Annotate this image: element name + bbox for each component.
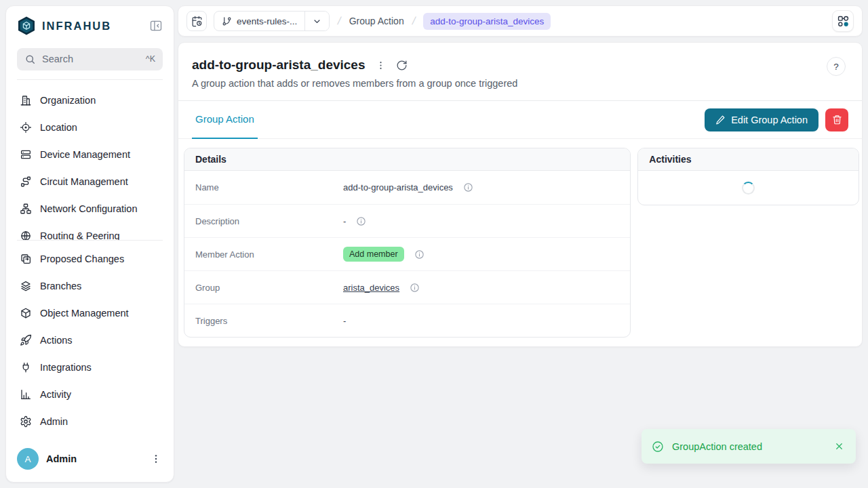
sidebar-item-label: Location: [40, 122, 77, 133]
branch-dropdown-button[interactable]: [304, 12, 329, 30]
sidebar-item-label: Actions: [40, 335, 73, 346]
loading-spinner: [742, 182, 755, 195]
refresh-icon: [396, 60, 408, 71]
check-circle-icon: [652, 441, 664, 453]
main-content: add-to-group-arista_devices A group acti…: [178, 42, 863, 347]
plug-icon: [20, 361, 32, 373]
sidebar-item-label: Integrations: [40, 362, 92, 373]
object-menu-button[interactable]: [376, 60, 386, 70]
sidebar-item-circuit-management[interactable]: Circuit Management: [12, 168, 168, 195]
detail-label: Group: [195, 283, 343, 293]
detail-value: -: [343, 316, 346, 326]
toast-close-button[interactable]: [833, 440, 846, 453]
title-section: add-to-group-arista_devices A group acti…: [178, 43, 862, 101]
kebab-icon: [151, 453, 161, 464]
info-icon[interactable]: [356, 216, 366, 226]
sidebar-item-organization[interactable]: Organization: [12, 87, 168, 114]
delete-button[interactable]: [825, 108, 848, 131]
sidebar-item-label: Circuit Management: [40, 176, 128, 187]
globe-icon: [20, 230, 32, 240]
diff-icon: [20, 253, 32, 265]
detail-row-triggers: Triggers -: [184, 304, 630, 337]
member-action-badge: Add member: [343, 247, 404, 262]
time-travel-button[interactable]: [186, 11, 207, 31]
detail-row-name: Name add-to-group-arista_devices: [184, 171, 630, 204]
sidebar-item-location[interactable]: Location: [12, 114, 168, 141]
sidebar-item-network-configuration[interactable]: Network Configuration: [12, 195, 168, 222]
edit-button-label: Edit Group Action: [731, 115, 808, 125]
pencil-icon: [715, 115, 725, 125]
toast-notification: GroupAction created: [642, 429, 856, 464]
details-panel: Details Name add-to-group-arista_devices…: [184, 148, 631, 338]
sidebar-collapse-button[interactable]: [149, 19, 163, 33]
sidebar-item-label: Admin: [40, 416, 68, 427]
tab-bar: Group Action Edit Group Action: [178, 101, 862, 139]
brand-name: INFRAHUB: [42, 20, 149, 33]
avatar: A: [17, 448, 39, 470]
user-row: A Admin: [6, 440, 174, 482]
trash-icon: [832, 115, 842, 125]
schema-visualizer-button[interactable]: [832, 10, 854, 32]
detail-row-member-action: Member Action Add member: [184, 237, 630, 270]
search-shortcut: ^K: [146, 54, 155, 64]
infrahub-logo-icon: [17, 16, 36, 36]
detail-label: Triggers: [195, 316, 343, 326]
detail-label: Name: [195, 182, 343, 192]
close-icon: [834, 441, 844, 451]
tab-group-action[interactable]: Group Action: [192, 101, 258, 139]
sidebar-item-activity[interactable]: Activity: [12, 381, 168, 408]
rocket-icon: [20, 334, 32, 346]
page-subtitle: A group action that adds or removes memb…: [192, 78, 848, 89]
server-icon: [20, 148, 32, 161]
sidebar-item-integrations[interactable]: Integrations: [12, 354, 168, 381]
branch-selector-value[interactable]: events-rules-...: [214, 12, 304, 30]
sidebar-item-admin[interactable]: Admin: [12, 408, 168, 435]
workflow-nodes-icon: [837, 15, 850, 28]
kebab-icon: [376, 60, 386, 70]
network-icon: [20, 203, 32, 215]
search-input[interactable]: Search ^K: [17, 48, 163, 70]
sidebar-nav-system: Proposed Changes Branches Object Managem…: [6, 241, 174, 440]
toast-message: GroupAction created: [672, 441, 825, 452]
info-icon[interactable]: [463, 182, 473, 192]
page-title: add-to-group-arista_devices: [192, 58, 366, 73]
branch-name: events-rules-...: [237, 16, 297, 26]
route-icon: [20, 176, 32, 188]
locate-icon: [20, 121, 32, 134]
layers-icon: [20, 280, 32, 292]
logo-row: INFRAHUB: [6, 6, 174, 43]
cube-icon: [20, 307, 32, 319]
breadcrumb-section: Group Action: [349, 16, 404, 26]
help-button[interactable]: ?: [827, 57, 846, 76]
edit-group-action-button[interactable]: Edit Group Action: [705, 108, 818, 131]
info-icon[interactable]: [414, 249, 425, 260]
details-panel-title: Details: [184, 148, 630, 171]
search-icon: [24, 54, 36, 65]
detail-label: Description: [195, 216, 343, 226]
sidebar-item-label: Proposed Changes: [40, 253, 124, 264]
detail-value: -: [343, 216, 346, 226]
breadcrumb-current-item[interactable]: add-to-group-arista_devices: [423, 13, 551, 30]
info-icon[interactable]: [410, 283, 420, 293]
user-menu-button[interactable]: [149, 452, 163, 466]
panel-collapse-icon: [149, 19, 163, 33]
sidebar: INFRAHUB Search ^K Orga: [5, 5, 174, 483]
bar-chart-icon: [20, 388, 32, 401]
search-placeholder: Search: [42, 54, 146, 64]
sidebar-item-routing-peering[interactable]: Routing & Peering: [12, 222, 168, 240]
chevron-down-icon: [312, 16, 322, 26]
refresh-button[interactable]: [396, 60, 408, 71]
sidebar-item-object-management[interactable]: Object Management: [12, 300, 168, 327]
building-icon: [20, 94, 32, 106]
gear-icon: [20, 415, 32, 428]
sidebar-item-label: Device Management: [40, 149, 130, 160]
sidebar-item-branches[interactable]: Branches: [12, 272, 168, 300]
git-branch-icon: [222, 16, 232, 26]
activities-panel-title: Activities: [638, 148, 859, 171]
sidebar-item-device-management[interactable]: Device Management: [12, 141, 168, 168]
sidebar-nav-objects: Organization Location Device Management: [6, 80, 174, 240]
group-link[interactable]: arista_devices: [343, 283, 399, 293]
branch-selector: events-rules-...: [214, 11, 330, 31]
sidebar-item-actions[interactable]: Actions: [12, 327, 168, 354]
sidebar-item-proposed-changes[interactable]: Proposed Changes: [12, 245, 168, 272]
